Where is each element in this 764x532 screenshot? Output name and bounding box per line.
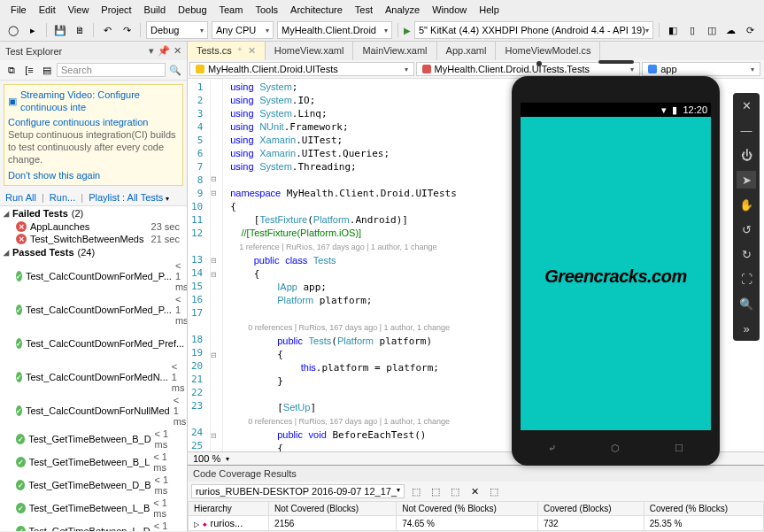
menu-tools[interactable]: Tools bbox=[250, 3, 283, 17]
minimize-icon[interactable]: — bbox=[737, 121, 756, 139]
menu-debug[interactable]: Debug bbox=[173, 3, 212, 17]
coverage-export-icon[interactable]: ⬚ bbox=[428, 483, 444, 499]
coverage-merge-icon[interactable]: ⬚ bbox=[447, 483, 463, 499]
test-item[interactable]: ✓Test_CalcCountDownForMedN...< 1 ms bbox=[0, 360, 187, 394]
tab-mainview[interactable]: MainView.xaml bbox=[353, 42, 436, 60]
close-emulator-icon[interactable]: ✕ bbox=[737, 96, 756, 114]
home-icon[interactable]: ⬡ bbox=[611, 443, 620, 454]
recents-icon[interactable]: ☐ bbox=[675, 443, 683, 454]
rotate-left-icon[interactable]: ↺ bbox=[737, 220, 756, 238]
coverage-remove-icon[interactable]: ⬚ bbox=[486, 483, 502, 499]
tab-appxaml[interactable]: App.xaml bbox=[437, 42, 497, 60]
failed-tests-group[interactable]: ◢ Failed Tests (2) bbox=[0, 206, 187, 220]
menu-file[interactable]: File bbox=[5, 3, 32, 17]
menu-view[interactable]: View bbox=[63, 3, 95, 17]
platform-select[interactable]: Any CPU bbox=[212, 21, 274, 39]
more-icon[interactable]: » bbox=[737, 320, 756, 337]
col-notcov-pct[interactable]: Not Covered (% Blocks) bbox=[397, 502, 538, 516]
coverage-row[interactable]: ▷ ⬥ rurios... 2156 74.65 % 732 25.35 % bbox=[189, 516, 764, 531]
run-link[interactable]: Run... bbox=[50, 192, 75, 203]
menu-analyze[interactable]: Analyze bbox=[380, 3, 425, 17]
search-icon[interactable]: 🔍 bbox=[167, 62, 183, 78]
nav-back-icon[interactable]: ◯ bbox=[5, 22, 21, 38]
tab-homeviewmodel[interactable]: HomeViewModel.cs bbox=[496, 42, 600, 60]
menu-help[interactable]: Help bbox=[474, 3, 505, 17]
tab-tests[interactable]: Tests.cs⁺✕ bbox=[188, 42, 266, 60]
test-item[interactable]: ✓Test_GetTimeBetween_B_D< 1 ms bbox=[0, 428, 187, 451]
status-bar: ▾ ▮ 12:20 bbox=[521, 103, 711, 117]
dropdown-icon[interactable]: ▾ bbox=[149, 45, 154, 57]
menu-test[interactable]: Test bbox=[350, 3, 378, 17]
main-toolbar: ◯ ▸ 💾 🗎 ↶ ↷ Debug Any CPU MyHealth.Clien… bbox=[0, 19, 764, 42]
crumb-member[interactable]: app bbox=[642, 62, 760, 76]
zoom-icon[interactable]: 🔍 bbox=[737, 295, 756, 312]
layout-mini-icon[interactable]: ▤ bbox=[39, 62, 55, 78]
test-item[interactable]: ✓Test_CalcCountDownForMed_P...< 1 ms bbox=[0, 293, 187, 327]
col-cov-pct[interactable]: Covered (% Blocks) bbox=[644, 502, 763, 516]
target-select[interactable]: MyHealth.Client.Droid bbox=[277, 21, 392, 39]
outline-gutter[interactable]: ⊟⊟ ⊟⊟ ⊟ ⊟ ⊟ bbox=[211, 79, 223, 451]
emulator-screen[interactable]: ▾ ▮ 12:20 ⤶ ⬡ ☐ bbox=[521, 103, 711, 430]
menu-window[interactable]: Window bbox=[427, 3, 472, 17]
android-emulator[interactable]: ▾ ▮ 12:20 ⤶ ⬡ ☐ Greencracks.com bbox=[512, 76, 720, 466]
col-notcov-blocks[interactable]: Not Covered (Blocks) bbox=[269, 502, 397, 516]
document-tabs: Tests.cs⁺✕ HomeView.xaml MainView.xaml A… bbox=[188, 42, 764, 60]
test-item[interactable]: ✕AppLaunches23 sec bbox=[0, 220, 187, 233]
nav-fwd-icon[interactable]: ▸ bbox=[25, 22, 41, 38]
rotate-right-icon[interactable]: ↻ bbox=[737, 245, 756, 263]
tab-close-icon[interactable]: ✕ bbox=[248, 45, 256, 56]
pointer-icon[interactable]: ➤ bbox=[737, 171, 756, 189]
cloud-icon[interactable]: ☁ bbox=[723, 22, 739, 38]
run-all-link[interactable]: Run All bbox=[5, 192, 36, 203]
passed-tests-group[interactable]: ◢ Passed Tests (24) bbox=[0, 245, 187, 259]
dont-show-link[interactable]: Don't show this again bbox=[8, 169, 179, 181]
col-hierarchy[interactable]: Hierarchy bbox=[189, 502, 269, 516]
test-item[interactable]: ✓Test_GetTimeBetween_L_B< 1 ms bbox=[0, 497, 187, 520]
start-debug-icon[interactable]: ▶ bbox=[404, 26, 411, 35]
camera-icon bbox=[536, 61, 542, 66]
menu-architecture[interactable]: Architecture bbox=[285, 3, 348, 17]
coverage-color-icon[interactable]: ✕ bbox=[467, 483, 482, 499]
device-select[interactable]: 5" KitKat (4.4) XXHDPI Phone (Android 4.… bbox=[414, 21, 653, 39]
undo-icon[interactable]: ↶ bbox=[99, 22, 115, 38]
menu-team[interactable]: Team bbox=[214, 3, 249, 17]
config-select[interactable]: Debug bbox=[146, 21, 208, 39]
test-item[interactable]: ✓Test_CalcCountDownForMed_P...< 1 ms bbox=[0, 259, 187, 293]
layout-icon[interactable]: ◧ bbox=[665, 22, 681, 38]
tab-homeview[interactable]: HomeView.xaml bbox=[266, 42, 354, 60]
crumb-class[interactable]: MyHealth.Client.Droid.UITests.Tests bbox=[416, 62, 641, 76]
power-icon[interactable]: ⏻ bbox=[737, 146, 756, 164]
filter-icon[interactable]: [≡ bbox=[21, 62, 37, 78]
multitouch-icon[interactable]: ✋ bbox=[737, 196, 756, 213]
back-icon[interactable]: ⤶ bbox=[548, 443, 556, 454]
test-tree[interactable]: ◢ Failed Tests (2) ✕AppLaunches23 sec✕Te… bbox=[0, 206, 187, 531]
fit-icon[interactable]: ⛶ bbox=[737, 270, 756, 288]
test-item[interactable]: ✓Test_CalcCountDownForMed_Pref...< 1 ms bbox=[0, 327, 187, 360]
menu-project[interactable]: Project bbox=[96, 3, 136, 17]
configure-ci-link[interactable]: Configure continuous integration bbox=[8, 116, 179, 128]
window-icon[interactable]: ◫ bbox=[704, 22, 720, 38]
menu-edit[interactable]: Edit bbox=[34, 3, 61, 17]
phone-icon[interactable]: ▯ bbox=[684, 22, 700, 38]
zoom-level[interactable]: 100 % bbox=[193, 453, 220, 464]
save-icon[interactable]: 💾 bbox=[52, 22, 68, 38]
test-item[interactable]: ✓Test_GetTimeBetween_L_D< 1 ms bbox=[0, 520, 187, 531]
save-all-icon[interactable]: 🗎 bbox=[72, 22, 88, 38]
test-item[interactable]: ✓Test_GetTimeBetween_B_L< 1 ms bbox=[0, 451, 187, 474]
close-icon[interactable]: ✕ bbox=[174, 45, 181, 57]
coverage-import-icon[interactable]: ⬚ bbox=[408, 483, 424, 499]
search-input[interactable]: Search bbox=[57, 63, 166, 77]
test-item[interactable]: ✕Test_SwitchBetweenMeds21 sec bbox=[0, 233, 187, 245]
redo-icon[interactable]: ↷ bbox=[119, 22, 135, 38]
pin-icon[interactable]: 📌 bbox=[158, 45, 170, 57]
menu-build[interactable]: Build bbox=[139, 3, 171, 17]
banner-title[interactable]: Streaming Video: Configure continuous in… bbox=[20, 89, 179, 114]
col-cov-blocks[interactable]: Covered (Blocks) bbox=[538, 502, 644, 516]
test-item[interactable]: ✓Test_GetTimeBetween_D_B< 1 ms bbox=[0, 474, 187, 497]
coverage-run-select[interactable]: rurios_RUBEN-DESKTOP 2016-09-07 12_17_ bbox=[191, 484, 405, 498]
group-by-icon[interactable]: ⧉ bbox=[4, 62, 19, 78]
test-item[interactable]: ✓Test_CalcCountDownForNullMed< 1 ms bbox=[0, 394, 187, 428]
refresh-icon[interactable]: ⟳ bbox=[743, 22, 759, 38]
crumb-project[interactable]: MyHealth.Client.Droid.UITests bbox=[189, 62, 414, 76]
playlist-link[interactable]: Playlist : All Tests bbox=[89, 192, 163, 203]
